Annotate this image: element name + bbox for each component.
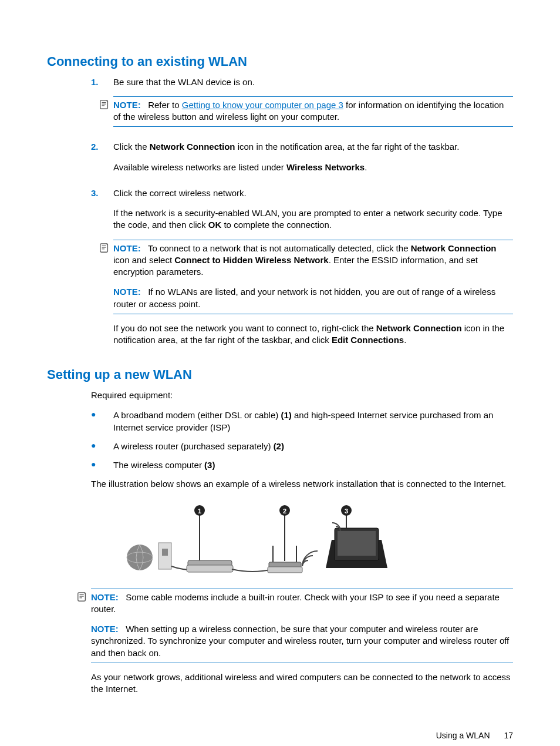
bold-text: (2) (274, 441, 284, 451)
text: If no WLANs are listed, and your network… (113, 287, 495, 308)
callout-2: 2 (283, 508, 286, 515)
bold-text: Network Connection (411, 243, 497, 253)
bold-text: (1) (281, 410, 291, 420)
note-box-3: NOTE: Some cable modems include a built-… (91, 589, 513, 663)
bullet-2-text: A wireless router (purchased separately)… (113, 441, 513, 452)
note-icon (99, 243, 110, 253)
text: Some cable modems include a built-in rou… (91, 592, 500, 614)
text: to complete the connection. (221, 220, 332, 230)
note-3-text: NOTE: Some cable modems include a built-… (91, 592, 513, 616)
link-getting-to-know[interactable]: Getting to know your computer on page 3 (182, 100, 343, 110)
note-1-pre: Refer to (148, 100, 182, 110)
bold-text: Connect to Hidden Wireless Network (174, 255, 328, 265)
callout-1: 1 (198, 508, 201, 515)
text: The wireless computer (113, 460, 204, 470)
bullet-icon: ● (91, 409, 113, 434)
text: . (404, 335, 406, 345)
footer-section: Using a WLAN (436, 731, 490, 740)
bullet-1-text: A broadband modem (either DSL or cable) … (113, 409, 513, 434)
note-icon (99, 99, 110, 110)
note-box-1: NOTE: Refer to Getting to know your comp… (113, 96, 513, 127)
text: If you do not see the network you want t… (113, 323, 376, 333)
step-number: 2. (91, 141, 113, 182)
text: Available wireless networks are listed u… (113, 162, 286, 172)
svg-rect-0 (100, 100, 108, 109)
text: icon and select (113, 255, 174, 265)
note-box-2: NOTE: To connect to a network that is no… (113, 240, 513, 314)
heading-setting-up: Setting up a new WLAN (47, 366, 513, 384)
svg-rect-23 (338, 531, 376, 556)
note-label: NOTE: (113, 287, 141, 297)
text: A wireless router (purchased separately) (113, 441, 274, 451)
text: To connect to a network that is not auto… (148, 243, 411, 253)
bullet-icon: ● (91, 459, 113, 471)
list-item: ● The wireless computer (3) (91, 459, 513, 471)
note-label: NOTE: (91, 624, 119, 634)
note-label: NOTE: (113, 100, 141, 110)
bold-text: Network Connection (376, 323, 462, 333)
note-2-p2: NOTE: If no WLANs are listed, and your n… (113, 286, 513, 310)
text: icon in the notification area, at the fa… (235, 142, 460, 152)
svg-point-8 (127, 545, 153, 570)
svg-rect-26 (78, 592, 86, 600)
svg-rect-4 (100, 243, 108, 251)
note-icon (77, 592, 87, 602)
note-4-text: NOTE: When setting up a wireless connect… (91, 623, 513, 659)
step-3-p1: Click the correct wireless network. (113, 187, 513, 199)
step-3: 3. Click the correct wireless network. I… (91, 187, 513, 355)
bold-text: Network Connection (150, 142, 235, 152)
list-item: ● A wireless router (purchased separatel… (91, 441, 513, 452)
bold-text: (3) (204, 460, 215, 470)
bold-text: Wireless Networks (286, 162, 365, 172)
note-label: NOTE: (91, 592, 119, 602)
required-equipment-intro: Required equipment: (91, 389, 513, 401)
text: A broadband modem (either DSL or cable) (113, 410, 281, 420)
note-label: NOTE: (113, 243, 141, 253)
page-footer: Using a WLAN 17 (47, 730, 513, 741)
svg-rect-19 (268, 567, 302, 573)
footer-page-number: 17 (504, 731, 513, 740)
list-item: ● A broadband modem (either DSL or cable… (91, 409, 513, 434)
bullet-3-text: The wireless computer (3) (113, 459, 513, 471)
step-1-text: Be sure that the WLAN device is on. (113, 76, 513, 88)
svg-rect-11 (162, 549, 168, 556)
bold-text: OK (208, 220, 222, 230)
step-2: 2. Click the Network Connection icon in … (91, 141, 513, 182)
step-2-p2: Available wireless networks are listed u… (113, 162, 513, 173)
svg-rect-15 (187, 565, 233, 572)
closing-paragraph: As your network grows, additional wirele… (91, 671, 513, 695)
step-3-post: If you do not see the network you want t… (113, 322, 513, 347)
callout-3: 3 (345, 508, 348, 515)
bold-text: Edit Connections (332, 335, 404, 345)
step-3-p2: If the network is a security-enabled WLA… (113, 207, 513, 231)
illustration-intro: The illustration below shows an example … (91, 478, 513, 490)
note-2-p1: NOTE: To connect to a network that is no… (113, 243, 513, 278)
network-diagram: 1 2 3 (123, 499, 405, 578)
text: . (365, 162, 367, 172)
heading-connecting: Connecting to an existing WLAN (47, 53, 513, 70)
step-2-p1: Click the Network Connection icon in the… (113, 141, 513, 153)
bullet-icon: ● (91, 441, 113, 452)
text: When setting up a wireless connection, b… (91, 624, 509, 658)
text: Click the (113, 142, 150, 152)
step-1: 1. Be sure that the WLAN device is on. N… (91, 76, 513, 136)
step-number: 3. (91, 187, 113, 355)
svg-rect-10 (158, 543, 171, 569)
